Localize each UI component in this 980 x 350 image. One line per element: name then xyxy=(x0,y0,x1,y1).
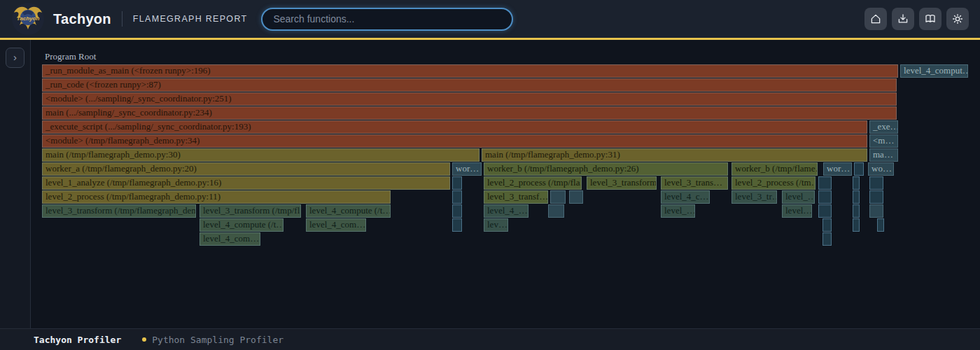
flame-bar[interactable] xyxy=(854,162,864,176)
download-button[interactable] xyxy=(892,8,914,30)
home-icon xyxy=(869,13,882,25)
flame-bar[interactable]: level_3_transform (/tmp/fl… xyxy=(200,204,301,218)
flame-bar[interactable]: level_3_transform (/tmp/flamegraph_dem… xyxy=(42,204,196,218)
flame-bar[interactable] xyxy=(822,232,832,246)
status-subtitle: Python Sampling Profiler xyxy=(152,335,284,345)
chevron-right-icon: › xyxy=(13,51,17,63)
header-divider xyxy=(122,11,122,27)
flame-bar[interactable] xyxy=(452,204,462,218)
flame-bar[interactable]: level_4_comput… xyxy=(900,64,968,78)
flame-bar[interactable]: level_4_com… xyxy=(200,232,260,246)
flame-bar[interactable]: _run_module_as_main (<frozen runpy>:196) xyxy=(42,64,898,78)
flame-bar[interactable]: level_2_process (/tm… xyxy=(732,176,816,190)
app-header: Tachyon Tachyon FLAMEGRAPH REPORT xyxy=(0,0,980,38)
flame-bar[interactable]: level_3_transform… xyxy=(587,176,657,190)
flame-bar[interactable]: level_… xyxy=(661,204,695,218)
sidebar-expand-button[interactable]: › xyxy=(6,48,24,68)
flame-bar[interactable] xyxy=(822,218,832,232)
flame-bar[interactable] xyxy=(818,190,832,204)
flamegraph-root-label: Program Root xyxy=(45,51,96,62)
flame-bar[interactable] xyxy=(853,190,860,204)
book-icon xyxy=(924,13,937,25)
flame-bar[interactable]: level_2_process (/tmp/flamegraph_demo.py… xyxy=(42,190,391,204)
tachyon-logo-icon: Tachyon xyxy=(11,2,45,36)
flame-bar[interactable] xyxy=(869,190,883,204)
theme-toggle-button[interactable] xyxy=(946,8,969,30)
status-app-name: Tachyon Profiler xyxy=(34,335,121,345)
flame-bar[interactable]: wor… xyxy=(452,162,482,176)
flame-bar[interactable] xyxy=(853,204,860,218)
flame-bar[interactable] xyxy=(877,218,884,232)
flame-bar[interactable] xyxy=(853,176,860,190)
download-icon xyxy=(897,13,909,25)
header-accent-line xyxy=(0,38,980,40)
flame-bar[interactable] xyxy=(818,176,832,190)
flame-bar[interactable] xyxy=(452,218,462,232)
flame-bar[interactable]: _run_code (<frozen runpy>:87) xyxy=(42,78,897,92)
flame-bar[interactable]: lev… xyxy=(484,218,508,232)
status-bar: Tachyon Profiler Python Sampling Profile… xyxy=(0,328,980,350)
flame-bar[interactable]: level_4_com… xyxy=(306,218,366,232)
flame-bar[interactable] xyxy=(869,176,883,190)
flame-bar[interactable]: level_1_analyze (/tmp/flamegraph_demo.py… xyxy=(42,176,450,190)
flame-bar[interactable]: <module> (/tmp/flamegraph_demo.py:34) xyxy=(42,134,867,148)
flame-bar[interactable]: level_3_transf… xyxy=(484,190,548,204)
home-button[interactable] xyxy=(864,8,887,30)
flame-bar[interactable] xyxy=(452,190,462,204)
flame-bar[interactable]: level_3_trans… xyxy=(661,176,728,190)
flame-bar[interactable]: level_… xyxy=(782,190,815,204)
flame-bar[interactable]: worker_b (/tmp/flamegraph_demo.py:26) xyxy=(484,162,728,176)
docs-button[interactable] xyxy=(919,8,941,30)
brightness-icon xyxy=(951,13,964,25)
flame-bar[interactable]: _exe… xyxy=(869,120,898,134)
flame-bar[interactable]: worker_a (/tmp/flamegraph_demo.py:20) xyxy=(42,162,450,176)
flame-bar[interactable]: worker_b (/tmp/flame… xyxy=(732,162,818,176)
flame-bar[interactable] xyxy=(548,204,564,218)
flame-bar[interactable]: wo… xyxy=(868,162,894,176)
flame-bar[interactable]: level… xyxy=(782,204,812,218)
flame-bar[interactable]: wor… xyxy=(823,162,852,176)
app-title: Tachyon xyxy=(53,11,111,27)
flame-bar[interactable]: level_4_… xyxy=(484,204,528,218)
report-type-label: FLAMEGRAPH REPORT xyxy=(133,14,248,24)
logo-text: Tachyon xyxy=(17,15,40,22)
flame-bar[interactable] xyxy=(569,190,583,204)
search-input[interactable] xyxy=(261,8,513,31)
flame-bar[interactable] xyxy=(550,190,566,204)
flame-bar[interactable] xyxy=(818,204,832,218)
flame-bar[interactable] xyxy=(452,176,462,190)
flame-bar[interactable]: _execute_script (.../sampling/_sync_coor… xyxy=(42,120,867,134)
flame-bar[interactable]: <module> (.../sampling/_sync_coordinator… xyxy=(42,92,897,106)
flamegraph-canvas: Program Root _run_module_as_main (<froze… xyxy=(31,40,980,329)
flame-bar[interactable]: main (/tmp/flamegraph_demo.py:31) xyxy=(482,148,867,162)
toolbar xyxy=(864,8,969,30)
flame-bar[interactable]: level_3_tr… xyxy=(732,190,777,204)
flame-bar[interactable]: <m… xyxy=(869,134,898,148)
flame-bar[interactable]: ma… xyxy=(869,148,898,162)
flame-bar[interactable] xyxy=(853,218,860,232)
flame-bar[interactable]: main (.../sampling/_sync_coordinator.py:… xyxy=(42,106,897,120)
flame-bar[interactable]: level_2_process (/tmp/fla… xyxy=(484,176,582,190)
flame-bar[interactable]: level_4_compute (/t… xyxy=(200,218,284,232)
flame-bar[interactable] xyxy=(869,204,883,218)
flame-bar[interactable]: main (/tmp/flamegraph_demo.py:30) xyxy=(42,148,479,162)
flame-bar[interactable]: level_4_compute (/t… xyxy=(306,204,391,218)
collapsed-sidebar: › xyxy=(0,40,31,329)
flame-bar[interactable]: level_4_c… xyxy=(661,190,710,204)
status-dot-icon xyxy=(142,337,146,342)
